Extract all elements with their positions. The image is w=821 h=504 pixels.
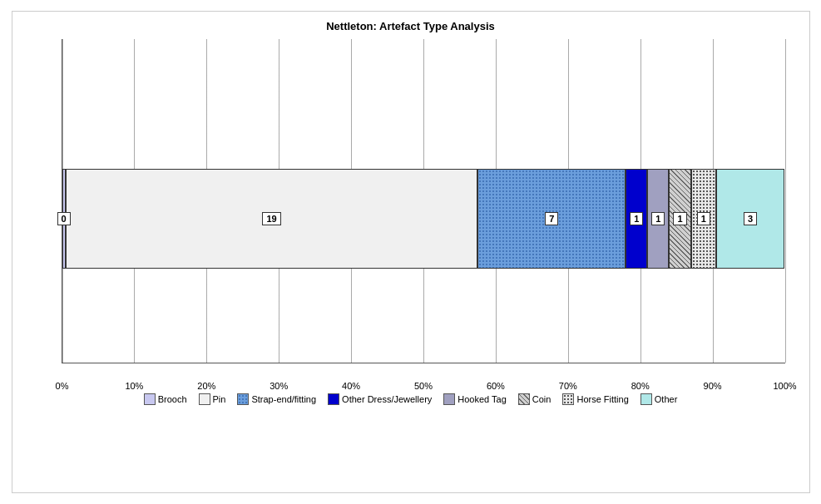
legend-swatch-horse-fitting [562, 393, 574, 405]
x-label-0: 0% [56, 381, 69, 391]
bar-label-pin: 19 [262, 212, 280, 225]
x-label-70: 70% [559, 381, 577, 391]
chart-title: Nettleton: Artefact Type Analysis [29, 20, 793, 32]
legend-item-coin: Coin [518, 393, 551, 405]
bar-label-other: 3 [744, 212, 757, 225]
bar-segment-hooked-tag: 1 [647, 169, 669, 269]
legend-label-other: Other [655, 394, 678, 404]
legend-item-strap: Strap-end/fitting [237, 393, 316, 405]
legend-label-horse-fitting: Horse Fitting [576, 394, 628, 404]
bar-label-horse-fitting: 1 [697, 212, 710, 225]
legend-item-pin: Pin [199, 393, 226, 405]
legend-swatch-other [640, 393, 652, 405]
bar-segment-horse-fitting: 1 [691, 169, 716, 269]
legend-swatch-brooch [144, 393, 156, 405]
legend-swatch-coin [518, 393, 530, 405]
legend-label-coin: Coin [532, 394, 551, 404]
legend-label-pin: Pin [213, 394, 226, 404]
chart-legend: Brooch Pin Strap-end/fitting Other Dress… [37, 393, 785, 405]
bar-label-other-dress: 1 [630, 212, 643, 225]
bar-segment-pin: 19 [66, 169, 477, 269]
legend-label-brooch: Brooch [158, 394, 187, 404]
legend-item-other-dress: Other Dress/Jewellery [328, 393, 432, 405]
legend-label-hooked-tag: Hooked Tag [457, 394, 507, 404]
bar-segment-strap: 7 [477, 169, 626, 269]
x-label-60: 60% [487, 381, 505, 391]
x-label-80: 80% [631, 381, 650, 391]
legend-label-other-dress: Other Dress/Jewellery [342, 394, 432, 404]
bar-label-strap: 7 [545, 212, 558, 225]
legend-item-brooch: Brooch [144, 393, 187, 405]
legend-item-other: Other [640, 393, 678, 405]
bar-segment-other-dress: 1 [626, 169, 647, 269]
legend-swatch-hooked-tag [443, 393, 455, 405]
x-label-90: 90% [704, 381, 722, 391]
x-label-30: 30% [270, 381, 288, 391]
bar-segment-coin: 1 [669, 169, 690, 269]
x-label-100: 100% [773, 381, 796, 391]
grid-line-100 [785, 39, 786, 363]
x-label-40: 40% [342, 381, 360, 391]
chart-container: Nettleton: Artefact Type Analysis 0 [12, 11, 810, 493]
x-label-50: 50% [414, 381, 433, 391]
x-label-10: 10% [125, 381, 143, 391]
bar-label-brooch: 0 [57, 212, 71, 225]
bar-label-coin: 1 [673, 212, 686, 225]
bar-chart-row: 0 19 7 1 1 1 [62, 169, 785, 269]
legend-label-strap: Strap-end/fitting [251, 394, 316, 404]
x-label-20: 20% [197, 381, 215, 391]
legend-item-horse-fitting: Horse Fitting [562, 393, 628, 405]
legend-swatch-other-dress [328, 393, 339, 405]
bar-label-hooked-tag: 1 [651, 212, 665, 225]
bar-segment-other: 3 [716, 169, 785, 269]
legend-swatch-strap [237, 393, 249, 405]
legend-swatch-pin [199, 393, 210, 405]
legend-item-hooked-tag: Hooked Tag [443, 393, 507, 405]
